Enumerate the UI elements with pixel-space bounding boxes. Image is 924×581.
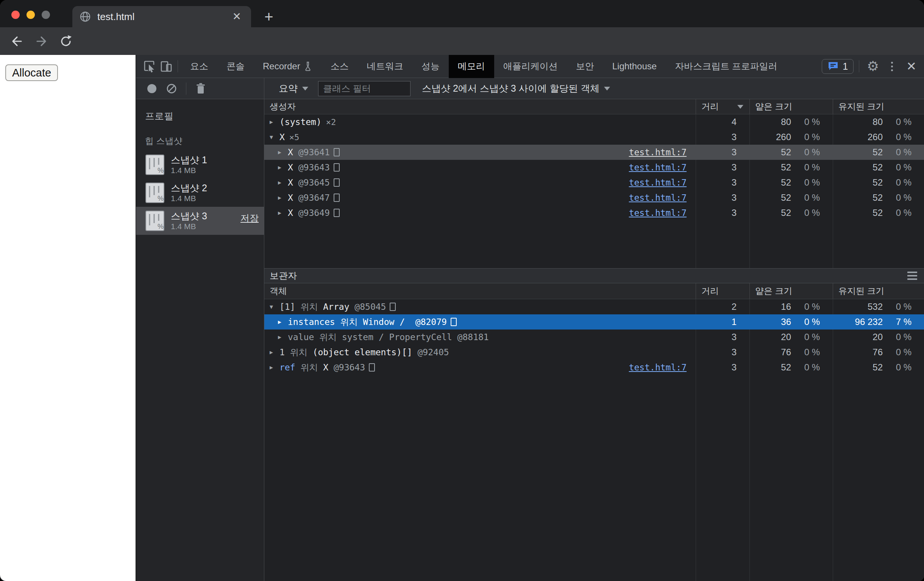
expander-arrow-icon[interactable]: ▼	[270, 304, 279, 310]
source-link[interactable]: test.html:7	[629, 193, 686, 203]
devtools-menu-kebab-icon[interactable]	[883, 58, 900, 74]
class-filter-input[interactable]	[318, 81, 411, 96]
devtools-bar-right: 1 ⚙ ✕	[822, 58, 924, 74]
expander-arrow-icon[interactable]: ▶	[270, 364, 279, 371]
devtools-tab-성능[interactable]: 성능	[412, 55, 449, 78]
expander-arrow-icon[interactable]: ▶	[278, 194, 288, 201]
column-distance[interactable]: 거리	[696, 99, 749, 114]
constructor-row[interactable]: ▶X @93647test.html:73520 %520 %	[264, 190, 924, 205]
new-tab-button[interactable]: +	[261, 9, 277, 24]
object-preview-icon[interactable]	[390, 303, 396, 311]
constructor-row[interactable]: ▶X @93649test.html:73520 %520 %	[264, 205, 924, 220]
devtools-tab-콘솔[interactable]: 콘솔	[217, 55, 254, 78]
retainer-row[interactable]: ▶instances 위치 Window / @820791360 %96 23…	[264, 314, 924, 330]
divider	[186, 83, 186, 95]
minimize-window-button[interactable]	[26, 11, 35, 19]
column-constructor[interactable]: 생성자	[264, 99, 696, 114]
object-preview-icon[interactable]	[333, 193, 340, 202]
snapshot-size: 1.4 MB	[171, 165, 207, 175]
memory-toolbar: 요약 스냅샷 2에서 스냅샷 3 사이에 할당된 객체	[136, 78, 924, 99]
expander-arrow-icon[interactable]: ▼	[270, 134, 279, 140]
retainer-row[interactable]: ▶ref 위치 X @93643test.html:73520 %520 %	[264, 360, 924, 375]
column-shallow-size[interactable]: 얕은 크기	[749, 99, 833, 114]
expander-arrow-icon[interactable]: ▶	[270, 119, 279, 125]
expander-arrow-icon[interactable]: ▶	[278, 164, 288, 171]
constructor-row[interactable]: ▶X @93643test.html:73520 %520 %	[264, 160, 924, 175]
retainer-row[interactable]: ▶1 위치 (object elements)[] @924053760 %76…	[264, 345, 924, 360]
tab-close-icon[interactable]: ✕	[229, 10, 244, 23]
devtools-tab-Lighthouse[interactable]: Lighthouse	[603, 55, 666, 78]
devtools-close-icon[interactable]: ✕	[903, 59, 920, 73]
constructor-table-header: 생성자 거리 얕은 크기 유지된 크기	[264, 99, 924, 114]
object-preview-icon[interactable]	[369, 363, 375, 371]
constructor-row[interactable]: ▶X @93641test.html:73520 %520 %	[264, 145, 924, 160]
expander-arrow-icon[interactable]: ▶	[278, 149, 288, 156]
source-link[interactable]: test.html:7	[629, 178, 686, 188]
column-retained-size[interactable]: 유지된 크기	[833, 99, 924, 114]
browser-tab[interactable]: test.html ✕	[72, 6, 251, 27]
retainer-row[interactable]: ▼[1] 위치 Array @850452160 %5320 %	[264, 299, 924, 314]
snapshot-size: 1.4 MB	[171, 193, 207, 203]
snapshot-name: 스냅샷 3	[171, 211, 207, 221]
object-preview-icon[interactable]	[333, 178, 340, 187]
snapshot-range-select[interactable]: 스냅샷 2에서 스냅샷 3 사이에 할당된 객체	[422, 82, 610, 95]
save-snapshot-link[interactable]: 저장	[241, 212, 259, 224]
heap-snapshot-view: 생성자 거리 얕은 크기 유지된 크기 ▶(system)×24800 %800…	[264, 99, 924, 581]
console-messages-button[interactable]: 1	[822, 59, 853, 74]
snapshot-item-2[interactable]: %스냅샷 21.4 MB	[136, 179, 264, 207]
snapshot-item-1[interactable]: %스냅샷 11.4 MB	[136, 151, 264, 179]
perspective-select[interactable]: 요약	[279, 82, 308, 95]
svg-text:%: %	[158, 167, 163, 174]
expander-arrow-icon[interactable]: ▶	[270, 349, 279, 356]
chevron-down-icon	[604, 87, 610, 91]
column-distance[interactable]: 거리	[696, 283, 749, 299]
devtools-tab-bar: 요소콘솔Recorder소스네트워크성능메모리애플리케이션보안Lighthous…	[136, 55, 924, 78]
snapshot-name: 스냅샷 2	[171, 183, 207, 193]
close-window-button[interactable]	[12, 11, 20, 19]
source-link[interactable]: test.html:7	[629, 162, 686, 172]
take-snapshot-icon[interactable]	[147, 84, 157, 93]
object-preview-icon[interactable]	[450, 318, 457, 326]
constructor-row[interactable]: ▼X×532600 %2600 %	[264, 130, 924, 145]
allocate-button[interactable]: Allocate	[5, 64, 58, 81]
source-link[interactable]: test.html:7	[629, 147, 686, 157]
devtools-tab-소스[interactable]: 소스	[322, 55, 358, 78]
divider	[178, 60, 178, 73]
source-link[interactable]: test.html:7	[629, 208, 686, 218]
settings-gear-icon[interactable]: ⚙	[865, 58, 881, 74]
reload-button[interactable]	[58, 33, 74, 50]
back-button[interactable]	[8, 33, 25, 50]
device-toolbar-icon[interactable]	[158, 58, 175, 74]
column-shallow-size[interactable]: 얕은 크기	[749, 283, 833, 299]
snapshot-item-3[interactable]: %스냅샷 31.4 MB저장	[136, 207, 264, 235]
devtools-tab-Recorder[interactable]: Recorder	[254, 55, 322, 78]
forward-button[interactable]	[33, 33, 50, 50]
devtools-tab-네트워크[interactable]: 네트워크	[358, 55, 412, 78]
object-preview-icon[interactable]	[333, 148, 340, 157]
column-object[interactable]: 객체	[264, 283, 696, 299]
expander-arrow-icon[interactable]: ▶	[278, 319, 288, 325]
devtools-tab-애플리케이션[interactable]: 애플리케이션	[494, 55, 567, 78]
constructor-row[interactable]: ▶(system)×24800 %800 %	[264, 114, 924, 130]
retainers-menu-icon[interactable]	[908, 272, 917, 280]
devtools-tab-요소[interactable]: 요소	[181, 55, 217, 78]
svg-text:%: %	[158, 195, 163, 202]
expander-arrow-icon[interactable]: ▶	[278, 210, 288, 216]
column-retained-size[interactable]: 유지된 크기	[833, 283, 924, 299]
retainers-section-bar: 보관자	[264, 268, 924, 283]
delete-profile-trash-icon[interactable]	[192, 80, 209, 97]
devtools-tab-메모리[interactable]: 메모리	[449, 55, 494, 78]
source-link[interactable]: test.html:7	[629, 363, 686, 372]
expander-arrow-icon[interactable]: ▶	[278, 179, 288, 186]
expander-arrow-icon[interactable]: ▶	[278, 334, 288, 340]
retainer-row[interactable]: ▶value 위치 system / PropertyCell @8818132…	[264, 330, 924, 345]
flask-icon	[304, 61, 312, 71]
object-preview-icon[interactable]	[333, 209, 340, 217]
inspect-element-icon[interactable]	[141, 58, 158, 74]
zoom-window-button[interactable]	[42, 11, 50, 19]
devtools-tab-보안[interactable]: 보안	[567, 55, 603, 78]
clear-profiles-icon[interactable]	[163, 80, 180, 97]
constructor-row[interactable]: ▶X @93645test.html:73520 %520 %	[264, 175, 924, 190]
devtools-tab-자바스크립트 프로파일러[interactable]: 자바스크립트 프로파일러	[666, 55, 787, 78]
object-preview-icon[interactable]	[333, 163, 340, 172]
